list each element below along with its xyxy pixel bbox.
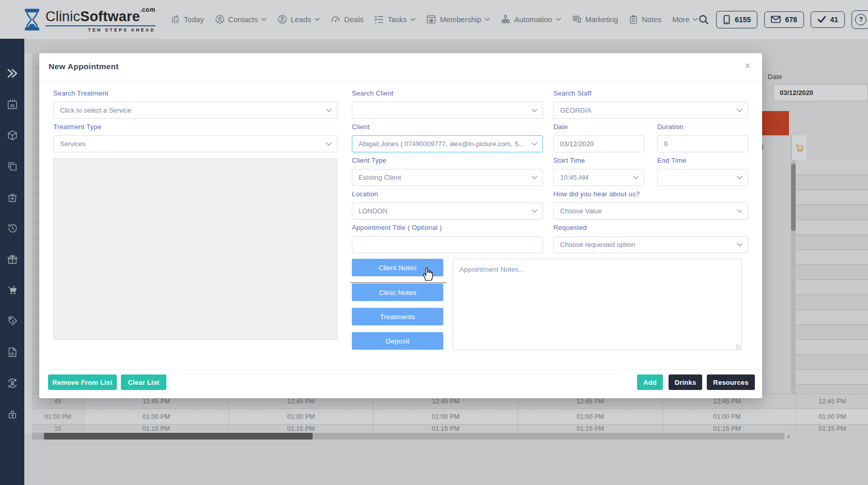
search-staff-select[interactable]: GEORGIA (553, 102, 748, 119)
search-client-select[interactable] (352, 102, 543, 119)
deposit-button[interactable]: Deposit (352, 332, 443, 350)
end-time-select[interactable] (657, 169, 748, 186)
selected-services-panel (53, 158, 337, 340)
hear-about-us-label: How did you hear about us? (553, 190, 640, 198)
search-client-label: Search Client (352, 89, 394, 97)
start-time-label: Start Time (553, 157, 585, 164)
appointment-title-label: Appointment Title ( Optional ) (352, 224, 442, 231)
duration-label: Duration (657, 123, 684, 131)
close-icon[interactable]: × (745, 60, 751, 71)
chevron-down-icon (532, 108, 537, 113)
appointment-title-input[interactable] (352, 236, 543, 253)
header-divider (39, 81, 762, 82)
drinks-button[interactable]: Drinks (669, 374, 702, 390)
chevron-down-icon (737, 243, 742, 247)
location-label: Location (352, 190, 378, 198)
footer-divider (39, 369, 762, 370)
mouse-cursor-icon (421, 266, 434, 281)
start-time-select[interactable]: 10:45 AM (553, 169, 644, 186)
clinic-notes-button[interactable]: Clinic Notes (352, 284, 443, 301)
search-treatment-label: Search Treatment (53, 89, 109, 97)
requested-label: Requested (553, 224, 587, 231)
add-button[interactable]: Add (637, 374, 663, 390)
modal-title: New Appointment (49, 62, 119, 71)
search-treatment-select[interactable]: Click to select a Service (53, 102, 337, 119)
treatment-type-select[interactable]: Services (53, 135, 337, 152)
requested-select[interactable]: Choose requested option (553, 236, 748, 253)
end-time-label: End Time (657, 157, 687, 164)
chevron-down-icon (737, 108, 742, 113)
client-type-select[interactable]: Existing Client (352, 169, 543, 186)
client-label: Client (352, 123, 369, 131)
chevron-down-icon (532, 209, 537, 213)
resources-button[interactable]: Resources (707, 374, 755, 390)
date-label: Date (553, 123, 568, 131)
chevron-down-icon (737, 176, 742, 180)
appointment-notes-textarea[interactable] (453, 259, 742, 350)
chevron-down-icon (532, 176, 537, 180)
hear-about-us-select[interactable]: Choose Value (553, 202, 748, 220)
treatments-button[interactable]: Treatments (352, 308, 443, 325)
resize-handle-icon[interactable] (736, 345, 741, 350)
client-type-label: Client Type (352, 157, 386, 164)
chevron-down-icon (326, 142, 332, 146)
location-select[interactable]: LONDON (352, 202, 543, 220)
clear-list-button[interactable]: Clear List (121, 374, 166, 390)
remove-from-list-button[interactable]: Remove From List (48, 374, 117, 390)
new-appointment-modal: New Appointment × Search Treatment Click… (39, 53, 762, 398)
chevron-down-icon (737, 209, 742, 213)
chevron-down-icon (532, 142, 537, 146)
date-input[interactable] (553, 135, 644, 152)
button-divider (350, 283, 446, 283)
duration-input[interactable] (657, 135, 748, 152)
treatment-type-label: Treatment Type (53, 123, 101, 131)
chevron-down-icon (633, 176, 639, 180)
search-staff-label: Search Staff (553, 89, 592, 97)
client-select[interactable]: Abigail Jones ( 07490009777, alex@in-pic… (352, 135, 543, 152)
chevron-down-icon (326, 108, 332, 113)
